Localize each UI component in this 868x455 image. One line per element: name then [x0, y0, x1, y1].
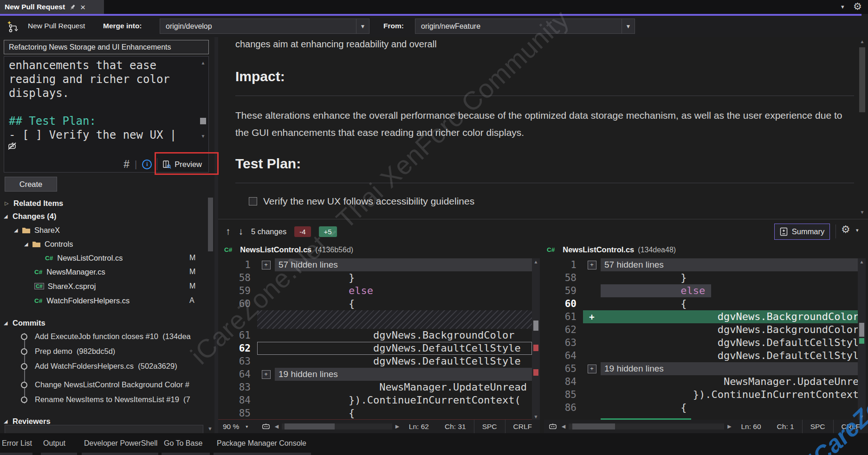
zoom-dropdown[interactable]: 90 % ▾	[218, 420, 259, 433]
hidden-lines-banner[interactable]: 19 hidden lines	[601, 362, 858, 375]
code-text[interactable]: }).ContinueInCurrentContext(	[601, 388, 858, 401]
copilot-icon[interactable]	[259, 423, 273, 430]
tree-folder-controls[interactable]: ◢ Controls	[24, 237, 228, 250]
scrollbar-thumb[interactable]	[533, 320, 538, 331]
scroll-down-icon[interactable]: ▼	[199, 134, 207, 139]
code-text[interactable]: NewsManager.UpdateUnread	[275, 381, 532, 394]
sidebar-item-changes[interactable]: ◢ Changes (4)	[4, 210, 208, 223]
scroll-left-icon[interactable]: ◀	[560, 423, 567, 429]
scroll-left-icon[interactable]: ◀	[273, 423, 280, 429]
scroll-down-icon[interactable]: ▼	[532, 414, 540, 419]
tab-error-list[interactable]: Error List	[2, 439, 32, 448]
code-text[interactable]: dgvNews.DefaultCellStyle	[601, 336, 858, 349]
tree-scrollbar[interactable]: ▼	[207, 197, 214, 434]
chevron-expanded-icon[interactable]: ◢	[24, 241, 31, 247]
next-change-icon[interactable]: ↓	[239, 226, 244, 237]
fold-icon[interactable]: +	[583, 362, 601, 375]
indentation-indicator[interactable]: SPC	[802, 420, 833, 433]
chevron-down-icon[interactable]: ▾	[841, 3, 844, 10]
commit-item[interactable]: Rename NewsItems to NewsItemsList #19 (7	[19, 393, 203, 405]
code-text[interactable]: {	[601, 401, 858, 414]
scroll-right-icon[interactable]: ▶	[725, 423, 733, 429]
scroll-up-icon[interactable]: ▲	[199, 60, 207, 65]
chevron-collapsed-icon[interactable]: ▷	[5, 200, 11, 206]
tab-go-to-base[interactable]: Go To Base	[164, 439, 202, 448]
chevron-down-icon[interactable]: ▾	[856, 227, 859, 233]
commit-item[interactable]: Change NewsListControl Background Color …	[19, 378, 203, 391]
code-text[interactable]: dgvNews.DefaultCellStyle	[601, 349, 858, 362]
code-text[interactable]: dgvNews.BackgroundColor	[275, 329, 532, 342]
chevron-expanded-icon[interactable]: ◢	[4, 213, 10, 219]
hidden-lines-banner[interactable]: 19 hidden lines	[275, 368, 532, 381]
chevron-down-icon[interactable]: ▼	[356, 19, 369, 33]
scrollbar-thumb[interactable]	[208, 198, 213, 251]
tab-new-pull-request[interactable]: New Pull Request ×	[0, 0, 104, 14]
merge-into-dropdown[interactable]: origin/develop ▼	[160, 19, 369, 34]
code-text[interactable]: }).ContinueInCurrentContext(	[275, 394, 532, 407]
code-text[interactable]: }	[275, 271, 532, 284]
diff-left-scrollbar[interactable]: ▲ ▼	[532, 258, 540, 421]
info-icon[interactable]: i	[142, 160, 152, 169]
description-scrollbar[interactable]: ▲ ▼	[199, 58, 207, 142]
sidebar-item-commits[interactable]: ◢ Commits	[4, 316, 208, 329]
horizontal-scrollbar[interactable]	[569, 423, 724, 429]
hidden-lines-banner[interactable]: 57 hidden lines	[601, 258, 858, 271]
fold-icon[interactable]: +	[257, 258, 275, 271]
gear-icon[interactable]: ⚙	[841, 224, 850, 236]
scrollbar-thumb[interactable]	[859, 323, 864, 337]
scrollbar-thumb[interactable]	[572, 423, 615, 429]
from-dropdown[interactable]: origin/newFeature ▼	[415, 19, 635, 34]
scrollbar-thumb[interactable]	[200, 118, 206, 124]
code-text[interactable]: NewsManager.UpdateUnread	[601, 375, 858, 388]
horizontal-scrollbar[interactable]	[282, 423, 392, 429]
close-icon[interactable]: ×	[80, 3, 85, 12]
tab-output[interactable]: Output	[43, 439, 65, 448]
code-text[interactable]: else	[275, 284, 532, 297]
code-text[interactable]: {	[275, 407, 532, 420]
code-text[interactable]: {	[601, 297, 858, 310]
code-text[interactable]: dgvNews.BackgroundColor	[601, 310, 858, 323]
code-text[interactable]: else	[601, 284, 711, 297]
code-text[interactable]: dgvNews.DefaultCellStyle	[275, 355, 532, 368]
pr-description-text[interactable]: enhancements that ease reading and riche…	[9, 58, 194, 142]
scroll-down-icon[interactable]: ▼	[858, 414, 866, 419]
scroll-right-icon[interactable]: ▶	[394, 423, 401, 429]
fold-icon[interactable]: +	[257, 368, 275, 381]
commit-item[interactable]: Add WatchFoldersHelpers.cs (502a3629)	[19, 360, 203, 372]
work-item-hash-icon[interactable]: #	[123, 159, 130, 170]
previous-change-icon[interactable]: ↑	[226, 226, 231, 237]
code-text[interactable]: }	[601, 271, 858, 284]
scrollbar-thumb[interactable]	[859, 47, 865, 112]
tree-folder-sharex[interactable]: ◢ ShareX	[14, 224, 218, 237]
line-ending-indicator[interactable]: CRLF	[833, 420, 868, 433]
chevron-expanded-icon[interactable]: ◢	[14, 227, 20, 233]
scroll-up-icon[interactable]: ▲	[858, 259, 866, 264]
summary-button[interactable]: Summary	[774, 224, 830, 240]
line-ending-indicator[interactable]: CRLF	[505, 420, 540, 433]
code-text[interactable]: dgvNews.DefaultCellStyle	[275, 342, 532, 355]
commit-item[interactable]: Add ExecuteJob function closes #10 (134d…	[19, 330, 203, 342]
chevron-expanded-icon[interactable]: ◢	[4, 418, 10, 424]
create-button[interactable]: Create	[5, 177, 57, 192]
commit-item[interactable]: Prep demo (982bdc5d)	[19, 345, 203, 357]
pin-icon[interactable]	[69, 4, 76, 11]
scroll-down-icon[interactable]: ▼	[207, 426, 213, 431]
diff-right-scrollbar[interactable]: ▲ ▼	[858, 258, 866, 421]
code-text[interactable]: dgvNews.BackgroundColor	[601, 323, 858, 336]
checkbox[interactable]	[249, 197, 257, 205]
fold-icon[interactable]: +	[583, 258, 601, 271]
code-text[interactable]: {	[275, 297, 532, 310]
sidebar-item-related-items[interactable]: ▷ Related Items	[5, 197, 209, 210]
scroll-down-icon[interactable]: ▼	[858, 210, 866, 215]
panel-splitter[interactable]	[214, 37, 218, 433]
scrollbar-thumb[interactable]	[285, 423, 335, 429]
preview-scrollbar[interactable]: ▲ ▼	[858, 39, 866, 217]
scroll-up-icon[interactable]: ▲	[532, 259, 540, 264]
chevron-down-icon[interactable]: ▼	[622, 19, 635, 33]
scroll-up-icon[interactable]: ▲	[858, 39, 866, 44]
chevron-expanded-icon[interactable]: ◢	[4, 320, 10, 326]
pr-title-input[interactable]	[4, 40, 209, 54]
tab-package-manager-console[interactable]: Package Manager Console	[217, 439, 306, 448]
reviewer-input[interactable]	[5, 425, 203, 434]
indentation-indicator[interactable]: SPC	[474, 420, 505, 433]
